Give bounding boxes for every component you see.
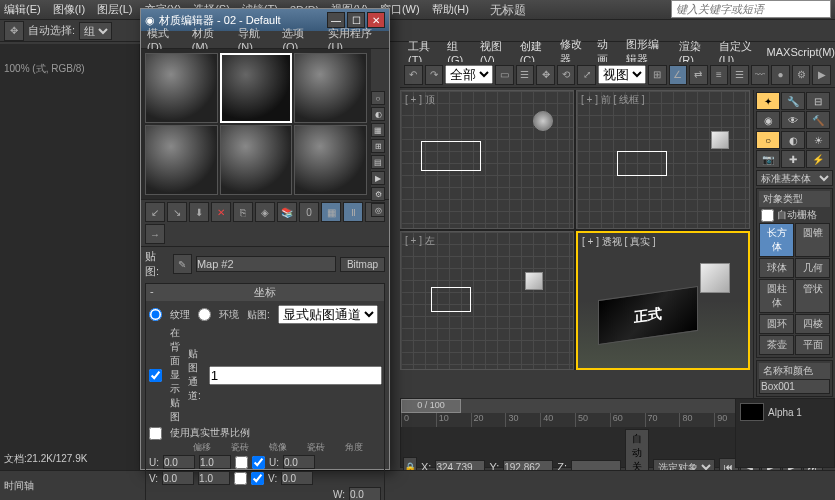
- v-mirror[interactable]: [234, 472, 247, 485]
- time-slider[interactable]: 0 / 100: [401, 399, 749, 413]
- material-editor-icon[interactable]: ●: [771, 65, 790, 85]
- map-channel-spinner[interactable]: [209, 366, 382, 385]
- show-on-back-checkbox[interactable]: [149, 369, 162, 382]
- selection-filter[interactable]: 全部: [445, 65, 493, 84]
- viewport-top-label[interactable]: [ + ] 顶: [405, 93, 435, 107]
- map-name-input[interactable]: [196, 256, 336, 272]
- w-angle[interactable]: [349, 487, 381, 500]
- mirror-icon[interactable]: ⇄: [689, 65, 708, 85]
- select-name-icon[interactable]: ☰: [516, 65, 535, 85]
- u-tile-check[interactable]: [252, 456, 265, 469]
- copy-icon[interactable]: ⎘: [233, 202, 253, 222]
- auto-select-combo[interactable]: 组: [79, 22, 112, 40]
- assign-icon[interactable]: ⬇: [189, 202, 209, 222]
- mat-id-icon[interactable]: 0: [299, 202, 319, 222]
- plane-button[interactable]: 平面: [795, 335, 830, 355]
- teapot-button[interactable]: 茶壶: [759, 335, 794, 355]
- viewport-front-label[interactable]: [ + ] 前 [ 线框 ]: [581, 93, 645, 107]
- sample-type-icon[interactable]: ○: [371, 91, 385, 105]
- ref-coord-combo[interactable]: 视图: [598, 65, 646, 84]
- material-slot-3[interactable]: [294, 53, 367, 123]
- go-sibling-icon[interactable]: →: [145, 224, 165, 244]
- viewport-persp-label[interactable]: [ + ] 透视 [ 真实 ]: [582, 235, 656, 249]
- geometry-icon[interactable]: ○: [756, 131, 780, 149]
- time-slider-handle[interactable]: 0 / 100: [401, 399, 461, 413]
- material-slot-6[interactable]: [294, 125, 367, 195]
- v-angle[interactable]: [281, 471, 313, 485]
- coords-header[interactable]: 坐标: [146, 284, 384, 301]
- viewport-top[interactable]: [ + ] 顶: [400, 90, 574, 229]
- hierarchy-tab-icon[interactable]: ⊟: [806, 92, 830, 110]
- pyramid-button[interactable]: 四棱: [795, 314, 830, 334]
- object-name-input[interactable]: [759, 379, 830, 394]
- u-angle[interactable]: [283, 455, 315, 469]
- move-tool-icon[interactable]: ✥: [4, 21, 24, 41]
- display-tab-icon[interactable]: 👁: [781, 111, 805, 129]
- torus-button[interactable]: 圆环: [759, 314, 794, 334]
- redo-icon[interactable]: ↷: [425, 65, 444, 85]
- viewcube-icon[interactable]: [700, 263, 730, 293]
- v-offset[interactable]: [162, 471, 194, 485]
- v-tile[interactable]: [198, 471, 230, 485]
- env-radio[interactable]: [198, 308, 211, 321]
- cylinder-button[interactable]: 圆柱体: [759, 279, 794, 313]
- sphere-button[interactable]: 球体: [759, 258, 794, 278]
- scale-icon[interactable]: ⤢: [577, 65, 596, 85]
- u-mirror[interactable]: [235, 456, 248, 469]
- align-icon[interactable]: ≡: [710, 65, 729, 85]
- render-icon[interactable]: ▶: [812, 65, 831, 85]
- u-offset[interactable]: [163, 455, 195, 469]
- map-type-button[interactable]: Bitmap: [340, 257, 385, 272]
- render-setup-icon[interactable]: ⚙: [792, 65, 811, 85]
- create-tab-icon[interactable]: ✦: [756, 92, 780, 110]
- options-icon[interactable]: ⚙: [371, 187, 385, 201]
- rotate-icon[interactable]: ⟲: [557, 65, 576, 85]
- help-search-input[interactable]: [671, 0, 831, 18]
- max-menu-maxscript[interactable]: MAXScript(M): [767, 46, 835, 58]
- viewport-front[interactable]: [ + ] 前 [ 线框 ]: [576, 90, 750, 229]
- mapping-combo[interactable]: 显式贴图通道: [278, 305, 378, 324]
- box-button[interactable]: 长方体: [759, 223, 794, 257]
- lights-icon[interactable]: ☀: [806, 131, 830, 149]
- viewport-perspective[interactable]: [ + ] 透视 [ 真实 ] 正式: [576, 231, 750, 370]
- menu-image[interactable]: 图像(I): [53, 2, 85, 17]
- curve-editor-icon[interactable]: 〰: [751, 65, 770, 85]
- primitive-category[interactable]: 标准基本体: [756, 170, 833, 186]
- video-check-icon[interactable]: ▤: [371, 155, 385, 169]
- preview-icon[interactable]: ▶: [371, 171, 385, 185]
- viewport-left-label[interactable]: [ + ] 左: [405, 234, 435, 248]
- utilities-tab-icon[interactable]: 🔨: [806, 111, 830, 129]
- reset-icon[interactable]: ✕: [211, 202, 231, 222]
- cone-button[interactable]: 圆锥: [795, 223, 830, 257]
- real-world-checkbox[interactable]: [149, 427, 162, 440]
- helpers-icon[interactable]: ✚: [781, 150, 805, 168]
- u-tile[interactable]: [199, 455, 231, 469]
- make-unique-icon[interactable]: ◈: [255, 202, 275, 222]
- layers-icon[interactable]: ☰: [730, 65, 749, 85]
- motion-tab-icon[interactable]: ◉: [756, 111, 780, 129]
- viewport-left[interactable]: [ + ] 左: [400, 231, 574, 370]
- material-slot-4[interactable]: [145, 125, 218, 195]
- menu-edit[interactable]: 编辑(E): [4, 2, 41, 17]
- select-by-mat-icon[interactable]: ◎: [371, 203, 385, 217]
- menu-help[interactable]: 帮助(H): [432, 2, 469, 17]
- angle-snap-icon[interactable]: ∠: [669, 65, 688, 85]
- menu-layer[interactable]: 图层(L): [97, 2, 132, 17]
- time-ruler[interactable]: 0 10 20 30 40 50 60 70 80 90 100: [401, 413, 749, 427]
- material-slot-1[interactable]: [145, 53, 218, 123]
- material-slot-5[interactable]: [220, 125, 293, 195]
- texture-radio[interactable]: [149, 308, 162, 321]
- geosphere-button[interactable]: 几何: [795, 258, 830, 278]
- cameras-icon[interactable]: 📷: [756, 150, 780, 168]
- systems-icon[interactable]: ⚡: [806, 150, 830, 168]
- background-icon[interactable]: ▦: [371, 123, 385, 137]
- backlight-icon[interactable]: ◐: [371, 107, 385, 121]
- uv-tile-icon[interactable]: ⊞: [371, 139, 385, 153]
- layer-item-alpha[interactable]: Alpha 1: [738, 401, 832, 423]
- show-end-result-icon[interactable]: Ⅱ: [343, 202, 363, 222]
- show-in-viewport-icon[interactable]: ▦: [321, 202, 341, 222]
- undo-icon[interactable]: ↶: [404, 65, 423, 85]
- put-to-lib-icon[interactable]: 📚: [277, 202, 297, 222]
- pick-icon[interactable]: ✎: [173, 254, 192, 274]
- tube-button[interactable]: 管状: [795, 279, 830, 313]
